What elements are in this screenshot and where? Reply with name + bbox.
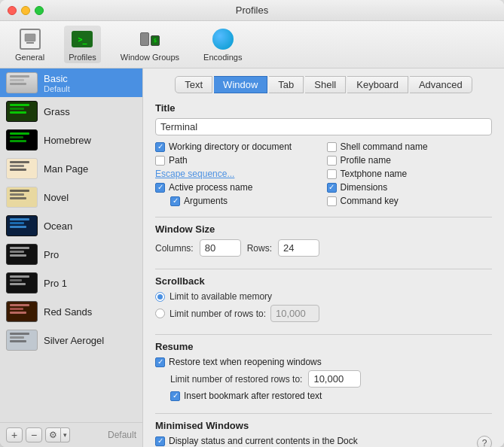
sidebar-item-redsands[interactable]: Red Sands — [0, 297, 142, 326]
limit-restored-label: Limit number of restored rows to: — [170, 374, 302, 385]
silver-name: Silver Aerogel — [44, 335, 104, 346]
toolbar-window-groups[interactable]: $ Window Groups — [116, 26, 184, 63]
dimensions-label: Dimensions — [341, 182, 388, 193]
textphone-name-checkbox[interactable]: Textphone name — [327, 169, 493, 179]
svg-rect-0 — [25, 34, 35, 41]
settings-panel: Text Window Tab Shell Keyboard Advanced … — [143, 68, 504, 447]
pro-name: Pro — [44, 249, 59, 260]
working-dir-checkbox[interactable]: Working directory or document — [155, 141, 321, 152]
escape-seq-text[interactable]: Escape sequence... — [155, 169, 234, 179]
encodings-icon — [211, 27, 235, 51]
svg-rect-1 — [26, 42, 34, 44]
gear-button[interactable]: ⚙ — [45, 427, 61, 442]
rows-input[interactable] — [278, 239, 319, 257]
limit-memory-option[interactable]: Limit to available memory — [155, 291, 492, 302]
profile-name-cb[interactable] — [327, 156, 337, 166]
limit-rows-radio[interactable] — [155, 309, 165, 318]
shell-cmd-checkbox[interactable]: Shell command name — [327, 141, 493, 152]
encodings-label: Encodings — [203, 53, 242, 62]
path-checkbox[interactable]: Path — [155, 155, 321, 166]
thumb-homebrew — [6, 129, 38, 151]
tab-tab[interactable]: Tab — [269, 76, 304, 93]
default-label: Default — [108, 430, 136, 440]
columns-input[interactable] — [200, 239, 241, 257]
sidebar-item-homebrew[interactable]: Homebrew — [0, 126, 142, 154]
tab-advanced[interactable]: Advanced — [410, 76, 472, 93]
working-dir-cb[interactable] — [155, 142, 165, 152]
basic-sub: Default — [44, 84, 70, 93]
limit-restored-input[interactable] — [308, 370, 361, 388]
tab-bar: Text Window Tab Shell Keyboard Advanced — [155, 76, 492, 93]
limit-rows-input[interactable] — [270, 305, 319, 322]
sidebar-item-basic[interactable]: Basic Default — [0, 68, 142, 97]
textphone-cb[interactable] — [327, 169, 337, 179]
arguments-cb[interactable] — [170, 196, 180, 206]
arguments-checkbox[interactable]: Arguments — [155, 196, 321, 206]
sidebar-item-manpage[interactable]: Man Page — [0, 154, 142, 183]
general-label: General — [15, 53, 44, 62]
add-profile-button[interactable]: + — [6, 427, 23, 442]
restore-text-checkbox[interactable]: Restore text when reopening windows — [155, 357, 492, 367]
dock-cb[interactable] — [155, 436, 165, 446]
remove-profile-button[interactable]: − — [26, 427, 42, 442]
manpage-name: Man Page — [44, 163, 88, 175]
escape-seq-link[interactable]: Escape sequence... — [155, 169, 321, 179]
tab-text[interactable]: Text — [175, 76, 212, 93]
dimensions-checkbox[interactable]: Dimensions — [327, 182, 493, 193]
tab-shell[interactable]: Shell — [305, 76, 346, 93]
resume-label: Resume — [155, 341, 492, 352]
thumb-pro — [6, 244, 38, 265]
maximize-button[interactable] — [35, 6, 44, 15]
command-key-checkbox[interactable]: Command key — [327, 196, 493, 206]
dimensions-cb[interactable] — [327, 183, 337, 193]
limit-rows-option[interactable]: Limit number of rows to: — [155, 305, 492, 322]
command-key-cb[interactable] — [327, 196, 337, 206]
title-section-label: Title — [155, 102, 492, 114]
dock-label: Display status and current contents in t… — [169, 436, 358, 446]
path-cb[interactable] — [155, 156, 165, 166]
title-input[interactable] — [155, 118, 492, 135]
toolbar-profiles[interactable]: >_ Profiles — [64, 26, 101, 63]
grass-name: Grass — [44, 106, 70, 117]
thumb-basic — [6, 72, 38, 93]
sidebar-item-ocean[interactable]: Ocean — [0, 211, 142, 240]
help-button[interactable]: ? — [477, 436, 492, 447]
limit-rows-label: Limit number of rows to: — [170, 309, 266, 319]
gear-arrow-button[interactable]: ▾ — [61, 427, 70, 442]
close-button[interactable] — [8, 6, 17, 15]
path-label: Path — [169, 155, 188, 166]
active-process-label: Active process name — [169, 182, 252, 193]
window-groups-icon: $ — [138, 27, 162, 51]
active-process-checkbox[interactable]: Active process name — [155, 182, 321, 193]
tab-keyboard[interactable]: Keyboard — [347, 76, 408, 93]
restore-text-cb[interactable] — [155, 357, 165, 367]
toolbar-encodings[interactable]: Encodings — [199, 26, 246, 63]
homebrew-name: Homebrew — [44, 135, 91, 146]
active-process-cb[interactable] — [155, 183, 165, 193]
bookmark-cb[interactable] — [170, 391, 180, 401]
bookmark-checkbox[interactable]: Insert bookmark after restored text — [155, 391, 492, 401]
limit-memory-radio[interactable] — [155, 292, 165, 302]
scrollback-label: Scrollback — [155, 275, 492, 287]
shell-cmd-cb[interactable] — [327, 142, 337, 152]
ocean-name: Ocean — [44, 220, 72, 232]
thumb-grass — [6, 101, 38, 122]
dock-checkbox[interactable]: Display status and current contents in t… — [155, 436, 358, 446]
sidebar-item-novel[interactable]: Novel — [0, 183, 142, 211]
tab-window[interactable]: Window — [214, 76, 267, 93]
sidebar-item-grass[interactable]: Grass — [0, 97, 142, 126]
window-groups-label: Window Groups — [121, 53, 179, 62]
profile-list: Basic Default Grass — [0, 68, 142, 422]
arguments-label: Arguments — [184, 196, 228, 206]
general-icon — [18, 27, 42, 51]
minimised-label: Minimised Windows — [155, 420, 492, 431]
toolbar-general[interactable]: General — [11, 26, 49, 63]
thumb-silver — [6, 330, 38, 351]
limit-restored-row: Limit number of restored rows to: — [155, 370, 492, 388]
sidebar-item-pro1[interactable]: Pro 1 — [0, 269, 142, 297]
sidebar-item-silver[interactable]: Silver Aerogel — [0, 326, 142, 354]
minimize-button[interactable] — [21, 6, 30, 15]
profile-name-checkbox[interactable]: Profile name — [327, 155, 493, 166]
sidebar-item-pro[interactable]: Pro — [0, 240, 142, 269]
window-controls[interactable] — [8, 6, 44, 15]
